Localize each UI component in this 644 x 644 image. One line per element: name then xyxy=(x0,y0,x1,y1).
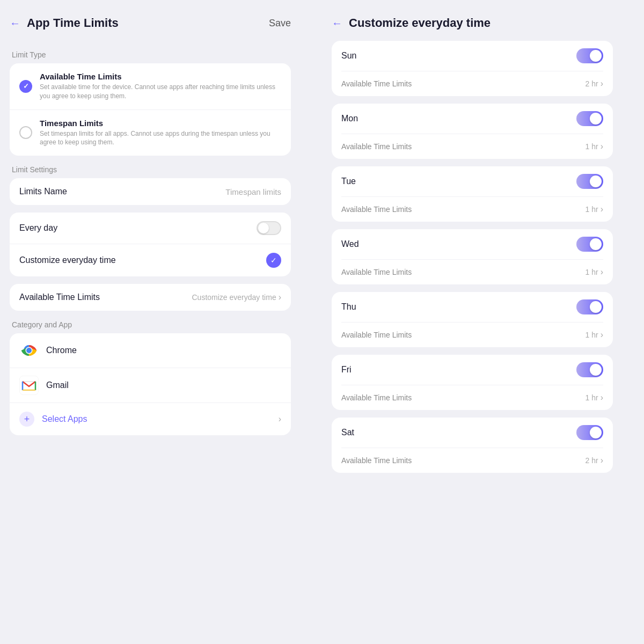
day-limit-value-sun: 2 hr xyxy=(586,79,598,88)
chrome-icon xyxy=(19,341,39,360)
days-container: Sun Available Time Limits 2 hr › Mon Ava… xyxy=(332,41,613,473)
day-chevron-thu: › xyxy=(601,330,603,340)
right-panel: ← Customize everyday time Sun Available … xyxy=(322,0,623,644)
day-row-sun: Sun xyxy=(332,41,613,71)
day-row-tue: Tue xyxy=(332,166,613,196)
timespan-option[interactable]: Timespan Limits Set timespan limits for … xyxy=(10,110,291,156)
limit-settings-label: Limit Settings xyxy=(12,165,291,174)
available-radio[interactable] xyxy=(19,80,32,93)
select-apps-label: Select Apps xyxy=(42,414,276,424)
right-header: ← Customize everyday time xyxy=(332,0,613,41)
available-desc: Set available time for the device. Canno… xyxy=(40,83,281,101)
limits-name-label: Limits Name xyxy=(19,187,225,196)
day-label-wed: Wed xyxy=(341,239,576,249)
customize-row[interactable]: Customize everyday time ✓ xyxy=(10,244,291,276)
available-limits-card[interactable]: Available Time Limits Customize everyday… xyxy=(10,284,291,311)
day-toggle-fri[interactable] xyxy=(576,362,603,377)
day-toggle-sat[interactable] xyxy=(576,425,603,440)
day-label-sat: Sat xyxy=(341,428,576,437)
day-toggle-sun[interactable] xyxy=(576,48,603,63)
day-card-sat: Sat Available Time Limits 2 hr › xyxy=(332,418,613,473)
day-label-sun: Sun xyxy=(341,51,576,61)
day-card-wed: Wed Available Time Limits 1 hr › xyxy=(332,229,613,284)
day-limit-value-mon: 1 hr xyxy=(586,142,598,151)
day-card-sun: Sun Available Time Limits 2 hr › xyxy=(332,41,613,96)
back-arrow-left[interactable]: ← xyxy=(10,17,20,30)
day-row-thu: Thu xyxy=(332,292,613,322)
available-time-option[interactable]: Available Time Limits Set available time… xyxy=(10,63,291,110)
day-limit-label-thu: Available Time Limits xyxy=(341,331,586,339)
every-day-label: Every day xyxy=(19,223,257,233)
day-limit-label-mon: Available Time Limits xyxy=(341,142,586,151)
day-limit-row-sat[interactable]: Available Time Limits 2 hr › xyxy=(332,448,613,473)
day-limit-row-tue[interactable]: Available Time Limits 1 hr › xyxy=(332,197,613,222)
chevron-right-icon: › xyxy=(279,292,281,302)
left-title: App Time Limits xyxy=(27,16,269,30)
day-chevron-sat: › xyxy=(601,456,603,465)
day-chevron-wed: › xyxy=(601,267,603,277)
day-chevron-sun: › xyxy=(601,79,603,89)
day-label-fri: Fri xyxy=(341,365,576,375)
day-limit-label-sun: Available Time Limits xyxy=(341,79,586,88)
save-button[interactable]: Save xyxy=(269,18,291,29)
gmail-row: Gmail xyxy=(10,368,291,403)
day-toggle-thu[interactable] xyxy=(576,299,603,314)
day-limit-row-mon[interactable]: Available Time Limits 1 hr › xyxy=(332,134,613,159)
chrome-name: Chrome xyxy=(46,346,77,355)
every-day-card: Every day Customize everyday time ✓ xyxy=(10,213,291,276)
available-limits-label: Available Time Limits xyxy=(19,292,192,302)
day-limit-value-fri: 1 hr xyxy=(586,393,598,402)
svg-rect-7 xyxy=(23,390,35,391)
day-limit-row-thu[interactable]: Available Time Limits 1 hr › xyxy=(332,323,613,347)
plus-icon: + xyxy=(19,412,34,427)
day-limit-value-tue: 1 hr xyxy=(586,205,598,214)
limits-name-card: Limits Name Timespan limits xyxy=(10,178,291,205)
day-limit-row-fri[interactable]: Available Time Limits 1 hr › xyxy=(332,385,613,410)
available-title: Available Time Limits xyxy=(40,72,281,81)
day-toggle-wed[interactable] xyxy=(576,237,603,252)
customize-check: ✓ xyxy=(266,253,281,268)
customize-label: Customize everyday time xyxy=(19,255,266,265)
limits-name-value: Timespan limits xyxy=(225,187,281,196)
timespan-title: Timespan Limits xyxy=(40,119,281,128)
day-card-fri: Fri Available Time Limits 1 hr › xyxy=(332,355,613,410)
day-limit-row-wed[interactable]: Available Time Limits 1 hr › xyxy=(332,260,613,284)
gmail-name: Gmail xyxy=(46,380,69,390)
day-card-thu: Thu Available Time Limits 1 hr › xyxy=(332,292,613,347)
apps-card: Chrome Gmail + Select Apps › xyxy=(10,333,291,435)
day-row-mon: Mon xyxy=(332,104,613,134)
gmail-icon xyxy=(19,376,39,395)
timespan-radio[interactable] xyxy=(19,126,32,139)
day-row-wed: Wed xyxy=(332,229,613,259)
day-label-mon: Mon xyxy=(341,114,576,123)
day-label-thu: Thu xyxy=(341,302,576,312)
day-row-fri: Fri xyxy=(332,355,613,385)
day-toggle-tue[interactable] xyxy=(576,174,603,189)
day-chevron-mon: › xyxy=(601,142,603,151)
every-day-toggle[interactable] xyxy=(257,221,281,235)
day-toggle-mon[interactable] xyxy=(576,111,603,126)
right-title: Customize everyday time xyxy=(349,16,613,30)
available-limits-row[interactable]: Available Time Limits Customize everyday… xyxy=(10,284,291,311)
left-panel: ← App Time Limits Save Limit Type Availa… xyxy=(0,0,301,644)
day-chevron-tue: › xyxy=(601,204,603,214)
day-limit-value-wed: 1 hr xyxy=(586,268,598,276)
day-card-mon: Mon Available Time Limits 1 hr › xyxy=(332,104,613,159)
select-apps-chevron: › xyxy=(279,414,281,424)
day-limit-value-sat: 2 hr xyxy=(586,456,598,465)
day-limit-label-fri: Available Time Limits xyxy=(341,393,586,402)
available-text: Available Time Limits Set available time… xyxy=(40,72,281,101)
select-apps-row[interactable]: + Select Apps › xyxy=(10,403,291,435)
every-day-row[interactable]: Every day xyxy=(10,213,291,244)
day-row-sat: Sat xyxy=(332,418,613,448)
limits-name-row: Limits Name Timespan limits xyxy=(10,178,291,205)
chrome-row: Chrome xyxy=(10,333,291,368)
limit-type-label: Limit Type xyxy=(12,50,291,59)
day-limit-label-wed: Available Time Limits xyxy=(341,268,586,276)
day-limit-row-sun[interactable]: Available Time Limits 2 hr › xyxy=(332,71,613,96)
left-header: ← App Time Limits Save xyxy=(10,0,291,41)
back-arrow-right[interactable]: ← xyxy=(332,17,342,30)
day-limit-label-tue: Available Time Limits xyxy=(341,205,586,214)
category-label: Category and App xyxy=(12,320,291,329)
day-limit-value-thu: 1 hr xyxy=(586,331,598,339)
